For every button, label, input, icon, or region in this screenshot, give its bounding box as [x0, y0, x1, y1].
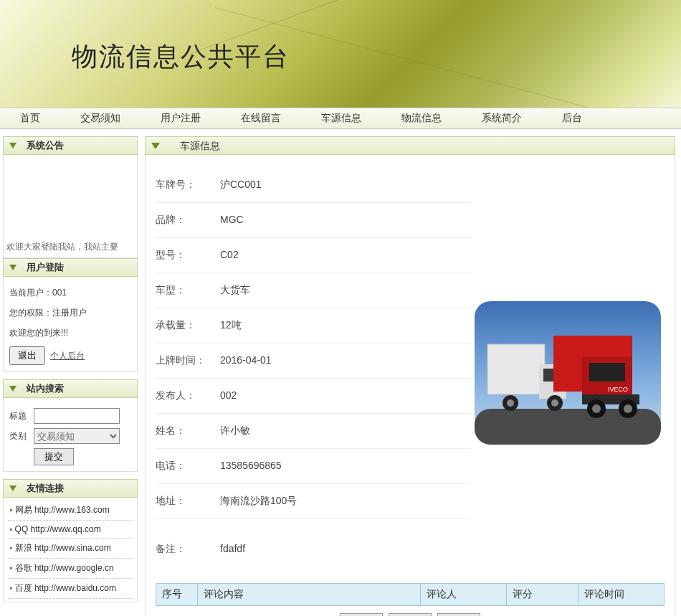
detail-value: 13585696865 — [220, 460, 282, 473]
panel-title: 车源信息 — [180, 136, 220, 155]
search-title: 站内搜索 — [27, 379, 64, 398]
nav-vehicle-source[interactable]: 车源信息 — [301, 112, 381, 125]
nav-home[interactable]: 首页 — [7, 112, 60, 125]
detail-value: C02 — [220, 249, 239, 262]
top-navigation: 首页 交易须知 用户注册 在线留言 车源信息 物流信息 系统简介 后台 — [0, 108, 681, 129]
friend-links-list: 网易 http://www.163.com QQ http://www.qq.c… — [8, 501, 133, 599]
search-panel: 标题 类别 交易须知 提交 — [3, 398, 138, 472]
greeting: 欢迎您的到来!!! — [9, 323, 131, 343]
detail-value: MGC — [220, 214, 244, 227]
site-title: 物流信息公共平台 — [72, 39, 290, 75]
favorite-button[interactable]: 收藏 — [437, 613, 480, 616]
svg-point-16 — [624, 404, 632, 413]
links-header: 友情连接 — [3, 479, 138, 498]
comments-table: 序号 评论内容 评论人 评分 评论时间 — [156, 583, 665, 606]
back-button[interactable]: 返回 — [340, 613, 383, 616]
detail-value: 12吨 — [220, 319, 242, 332]
friend-link[interactable]: QQ http://www.qq.com — [15, 524, 101, 534]
col-score: 评分 — [507, 584, 578, 606]
svg-text:IVECO: IVECO — [608, 386, 628, 393]
search-header: 站内搜索 — [3, 379, 138, 398]
search-cat-label: 类别 — [9, 430, 34, 442]
role-value: 注册用户 — [52, 308, 87, 318]
detail-label: 地址： — [156, 495, 220, 508]
login-title: 用户登陆 — [27, 258, 64, 277]
nav-message[interactable]: 在线留言 — [221, 112, 301, 125]
comment-button[interactable]: 评论 — [389, 613, 432, 616]
detail-label: 上牌时间： — [156, 354, 220, 367]
nav-system-intro[interactable]: 系统简介 — [462, 112, 542, 125]
svg-rect-2 — [487, 344, 545, 394]
detail-value: 002 — [220, 389, 237, 402]
svg-point-8 — [551, 399, 558, 407]
announce-header: 系统公告 — [3, 136, 138, 155]
vehicle-photo: IVECO — [471, 168, 665, 577]
logout-button[interactable]: 退出 — [9, 346, 45, 365]
vehicle-detail: 车牌号：沪CC001 品牌：MGC 型号：C02 车型：大货车 承载量：12吨 … — [156, 168, 471, 577]
svg-rect-11 — [589, 363, 625, 382]
friend-link[interactable]: 百度 http://www.baidu.com — [15, 583, 116, 593]
detail-label: 承载量： — [156, 319, 220, 332]
friend-link[interactable]: 谷歌 http://www.google.cn — [15, 563, 114, 573]
detail-value: 海南流沙路100号 — [220, 495, 297, 508]
nav-trade-notes[interactable]: 交易须知 — [60, 112, 141, 125]
detail-value: 2016-04-01 — [220, 354, 272, 367]
svg-point-6 — [507, 399, 514, 407]
login-header: 用户登陆 — [3, 258, 138, 277]
detail-value: 大货车 — [220, 284, 250, 297]
triangle-down-icon — [9, 143, 16, 148]
col-time: 评论时间 — [578, 584, 665, 606]
role-row: 您的权限：注册用户 — [9, 303, 131, 323]
triangle-down-icon — [9, 485, 16, 491]
detail-label: 车型： — [156, 284, 220, 297]
announce-marquee: 欢迎大家登陆我站，我站主要 — [4, 155, 137, 257]
detail-label: 发布人： — [156, 389, 220, 402]
detail-value: 许小敏 — [220, 425, 250, 437]
detail-label: 电话： — [156, 460, 220, 473]
friend-link[interactable]: 网易 http://www.163.com — [15, 505, 110, 515]
nav-logistics-info[interactable]: 物流信息 — [381, 112, 462, 125]
personal-backend-link[interactable]: 个人后台 — [50, 351, 85, 361]
search-submit-button[interactable]: 提交 — [34, 448, 74, 465]
search-title-input[interactable] — [34, 408, 120, 424]
col-content: 评论内容 — [198, 584, 421, 606]
triangle-down-icon — [151, 143, 160, 149]
search-cat-select[interactable]: 交易须知 — [34, 428, 120, 444]
detail-value: 沪CC001 — [220, 179, 262, 191]
login-panel: 当前用户：001 您的权限：注册用户 欢迎您的到来!!! 退出 个人后台 — [3, 277, 138, 372]
detail-label: 品牌： — [156, 214, 220, 227]
detail-label: 型号： — [156, 249, 220, 262]
current-user-row: 当前用户：001 — [9, 283, 131, 303]
triangle-down-icon — [9, 265, 16, 270]
triangle-down-icon — [9, 386, 16, 392]
nav-register[interactable]: 用户注册 — [141, 112, 221, 125]
detail-label: 姓名： — [156, 425, 220, 437]
friend-link[interactable]: 新浪 http://www.sina.com — [15, 543, 111, 553]
nav-backend[interactable]: 后台 — [542, 112, 602, 125]
detail-label: 车牌号： — [156, 179, 220, 191]
search-title-label: 标题 — [9, 410, 34, 422]
col-author: 评论人 — [421, 584, 507, 606]
announce-title: 系统公告 — [27, 136, 64, 155]
panel-header: 车源信息 — [145, 136, 675, 155]
remark-value: fdafdf — [220, 543, 245, 556]
current-user-value: 001 — [52, 288, 67, 298]
header-banner: 物流信息公共平台 — [0, 0, 681, 108]
links-title: 友情连接 — [27, 479, 64, 498]
col-seq: 序号 — [156, 584, 198, 606]
truck-icon: IVECO — [475, 301, 661, 445]
remark-label: 备注： — [156, 543, 220, 556]
svg-point-14 — [592, 404, 601, 413]
